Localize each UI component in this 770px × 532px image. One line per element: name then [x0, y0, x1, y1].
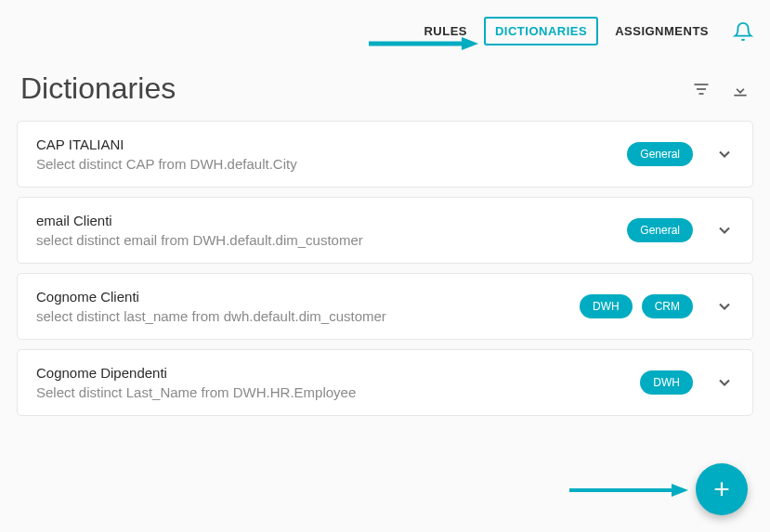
- item-subtitle: select distinct last_name from dwh.defau…: [36, 308, 580, 324]
- item-subtitle: select distinct email from DWH.default.d…: [36, 232, 627, 248]
- chevron-down-icon[interactable]: [715, 221, 734, 240]
- add-button[interactable]: +: [696, 463, 748, 515]
- svg-rect-3: [697, 88, 706, 90]
- tab-rules[interactable]: RULES: [412, 17, 478, 45]
- item-title: Cognome Clienti: [36, 289, 580, 305]
- list-item[interactable]: CAP ITALIANI Select distinct CAP from DW…: [17, 121, 753, 188]
- list-item[interactable]: email Clienti select distinct email from…: [17, 197, 753, 264]
- svg-rect-4: [699, 93, 704, 95]
- tag-chip[interactable]: CRM: [642, 294, 693, 318]
- svg-rect-5: [734, 94, 746, 96]
- tab-assignments[interactable]: ASSIGNMENTS: [604, 17, 720, 45]
- chevron-down-icon[interactable]: [715, 373, 734, 392]
- chevron-down-icon[interactable]: [715, 297, 734, 316]
- top-nav: RULES DICTIONARIES ASSIGNMENTS: [0, 0, 770, 45]
- item-title: CAP ITALIANI: [36, 136, 627, 152]
- chevron-down-icon[interactable]: [715, 145, 734, 163]
- tag-chip[interactable]: General: [627, 142, 693, 166]
- svg-marker-7: [672, 484, 688, 497]
- item-subtitle: Select distinct CAP from DWH.default.Cit…: [36, 156, 627, 172]
- svg-rect-2: [695, 84, 709, 85]
- list-item[interactable]: Cognome Dipendenti Select distinct Last_…: [17, 349, 753, 416]
- dictionary-list: CAP ITALIANI Select distinct CAP from DW…: [0, 121, 770, 416]
- annotation-arrow-bottom: [569, 484, 688, 497]
- page-title: Dictionaries: [20, 71, 176, 106]
- notifications-icon[interactable]: [733, 21, 753, 42]
- filter-icon[interactable]: [692, 80, 711, 98]
- download-icon[interactable]: [731, 80, 750, 98]
- item-title: email Clienti: [36, 213, 627, 228]
- title-row: Dictionaries: [0, 45, 770, 121]
- item-subtitle: Select distinct Last_Name from DWH.HR.Em…: [36, 384, 640, 400]
- tab-dictionaries[interactable]: DICTIONARIES: [484, 17, 598, 45]
- plus-icon: +: [713, 474, 730, 505]
- list-item[interactable]: Cognome Clienti select distinct last_nam…: [17, 273, 753, 340]
- tag-chip[interactable]: General: [627, 218, 693, 242]
- tag-chip[interactable]: DWH: [640, 370, 693, 395]
- item-title: Cognome Dipendenti: [36, 365, 640, 381]
- tag-chip[interactable]: DWH: [580, 294, 633, 318]
